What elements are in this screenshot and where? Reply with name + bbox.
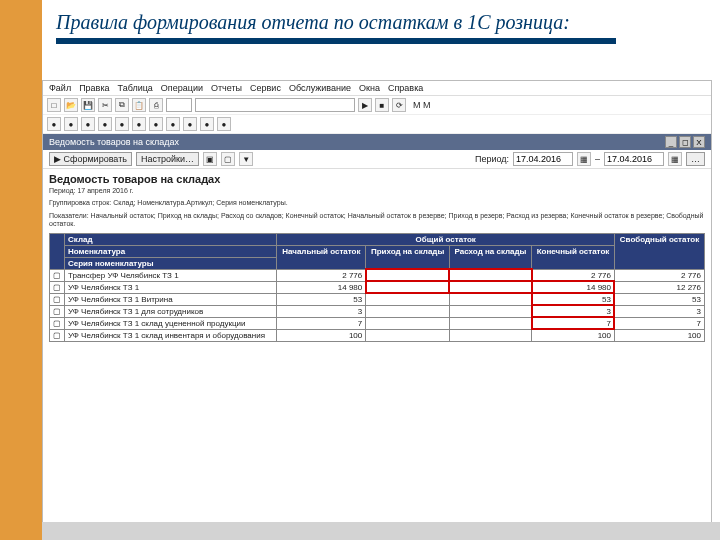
table-row[interactable]: ▢УФ Челябинск ТЗ 1 Витрина535353 — [50, 293, 705, 305]
menu-file[interactable]: Файл — [49, 83, 71, 93]
cell-out — [449, 305, 531, 317]
cell-end: 3 — [532, 305, 615, 317]
toolbar-2: ● ● ● ● ● ● ● ● ● ● ● — [43, 115, 711, 134]
menubar: Файл Правка Таблица Операции Отчеты Серв… — [43, 81, 711, 96]
doc-minimize-button[interactable]: _ — [665, 136, 677, 148]
document-tab-title: Ведомость товаров на складах — [49, 137, 179, 147]
cell-in — [366, 329, 450, 341]
row-label: УФ Челябинск ТЗ 1 для сотрудников — [65, 305, 277, 317]
cell-start: 3 — [277, 305, 366, 317]
col-expand — [50, 233, 65, 269]
tool2-a-icon[interactable]: ● — [47, 117, 61, 131]
period-dots-button[interactable]: … — [686, 152, 705, 166]
slide-title: Правила формирования отчета по остаткам … — [56, 10, 700, 34]
document-tab: Ведомость товаров на складах _ ◻ X — [43, 134, 711, 150]
tool-refresh-icon[interactable]: ⟳ — [392, 98, 406, 112]
col-series: Серия номенклатуры — [65, 257, 277, 269]
cell-in — [366, 281, 450, 293]
tool2-b-icon[interactable]: ● — [64, 117, 78, 131]
table-row[interactable]: ▢УФ Челябинск ТЗ 114 98014 98012 276 — [50, 281, 705, 293]
menu-service[interactable]: Сервис — [250, 83, 281, 93]
row-label: УФ Челябинск ТЗ 1 склад уцененной продук… — [65, 317, 277, 329]
cell-in — [366, 317, 450, 329]
toolbar-1: □ 📂 💾 ✂ ⧉ 📋 ⎙ ▶ ■ ⟳ M M — [43, 96, 711, 115]
cell-end: 53 — [532, 293, 615, 305]
report-title: Ведомость товаров на складах — [49, 173, 705, 185]
cell-start: 100 — [277, 329, 366, 341]
menu-maintenance[interactable]: Обслуживание — [289, 83, 351, 93]
table-row[interactable]: ▢УФ Челябинск ТЗ 1 для сотрудников333 — [50, 305, 705, 317]
menu-windows[interactable]: Окна — [359, 83, 380, 93]
calendar-from-icon[interactable]: ▦ — [577, 152, 591, 166]
doc-close-button[interactable]: X — [693, 136, 705, 148]
tool2-f-icon[interactable]: ● — [132, 117, 146, 131]
tool-go-icon[interactable]: ▶ — [358, 98, 372, 112]
cell-end: 14 980 — [532, 281, 615, 293]
zoom-input[interactable] — [166, 98, 192, 112]
report-table: Склад Общий остаток Свободный остаток Но… — [49, 233, 705, 342]
tool2-h-icon[interactable]: ● — [166, 117, 180, 131]
tool-cut-icon[interactable]: ✂ — [98, 98, 112, 112]
expand-icon[interactable]: ▢ — [50, 269, 65, 281]
expand-icon[interactable]: ▢ — [50, 329, 65, 341]
date-sep: – — [595, 154, 600, 164]
row-label: УФ Челябинск ТЗ 1 склад инвентаря и обор… — [65, 329, 277, 341]
col-common: Общий остаток — [277, 233, 615, 245]
menu-operations[interactable]: Операции — [161, 83, 203, 93]
period-label: Период: — [475, 154, 509, 164]
cell-free: 2 776 — [614, 269, 704, 281]
calendar-to-icon[interactable]: ▦ — [668, 152, 682, 166]
col-end: Конечный остаток — [532, 245, 615, 269]
tool-copy-icon[interactable]: ⧉ — [115, 98, 129, 112]
table-row[interactable]: ▢Трансфер УФ Челябинск ТЗ 12 7762 7762 7… — [50, 269, 705, 281]
title-underline — [56, 38, 616, 44]
tool2-e-icon[interactable]: ● — [115, 117, 129, 131]
expand-icon[interactable]: ▢ — [50, 281, 65, 293]
date-to-input[interactable] — [604, 152, 664, 166]
cell-end: 100 — [532, 329, 615, 341]
menu-table[interactable]: Таблица — [118, 83, 153, 93]
tool2-k-icon[interactable]: ● — [217, 117, 231, 131]
col-in: Приход на склады — [366, 245, 450, 269]
report-grouping: Группировка строк: Склад; Номенклатура.А… — [49, 199, 705, 207]
tool2-i-icon[interactable]: ● — [183, 117, 197, 131]
col-start: Начальный остаток — [277, 245, 366, 269]
menu-reports[interactable]: Отчеты — [211, 83, 242, 93]
tool-print-icon[interactable]: ⎙ — [149, 98, 163, 112]
tool2-c-icon[interactable]: ● — [81, 117, 95, 131]
cell-out — [449, 317, 531, 329]
tool-new-icon[interactable]: □ — [47, 98, 61, 112]
col-out: Расход на склады — [449, 245, 531, 269]
cell-end: 7 — [532, 317, 615, 329]
tool2-g-icon[interactable]: ● — [149, 117, 163, 131]
table-row[interactable]: ▢УФ Челябинск ТЗ 1 склад инвентаря и обо… — [50, 329, 705, 341]
menu-edit[interactable]: Правка — [79, 83, 109, 93]
tool-stop-icon[interactable]: ■ — [375, 98, 389, 112]
expand-icon[interactable]: ▢ — [50, 305, 65, 317]
search-input[interactable] — [195, 98, 355, 112]
expand-icon[interactable]: ▢ — [50, 317, 65, 329]
slide-footer — [42, 522, 720, 540]
expand-icon[interactable]: ▢ — [50, 293, 65, 305]
tool-open-icon[interactable]: 📂 — [64, 98, 78, 112]
tool2-d-icon[interactable]: ● — [98, 117, 112, 131]
tool-paste-icon[interactable]: 📋 — [132, 98, 146, 112]
filter-icon[interactable]: ▼ — [239, 152, 253, 166]
menu-help[interactable]: Справка — [388, 83, 423, 93]
form-button[interactable]: ▶ Сформировать — [49, 152, 132, 166]
date-from-input[interactable] — [513, 152, 573, 166]
report-controls: ▶ Сформировать Настройки… ▣ ▢ ▼ Период: … — [43, 150, 711, 169]
report-period: Период: 17 апреля 2016 г. — [49, 187, 705, 195]
tool-save-icon[interactable]: 💾 — [81, 98, 95, 112]
tool2-j-icon[interactable]: ● — [200, 117, 214, 131]
settings-button[interactable]: Настройки… — [136, 152, 199, 166]
expand-icon[interactable]: ▣ — [203, 152, 217, 166]
row-label: УФ Челябинск ТЗ 1 Витрина — [65, 293, 277, 305]
cell-free: 100 — [614, 329, 704, 341]
slide-accent-bar — [0, 0, 42, 540]
table-row[interactable]: ▢УФ Челябинск ТЗ 1 склад уцененной проду… — [50, 317, 705, 329]
doc-maximize-button[interactable]: ◻ — [679, 136, 691, 148]
cell-free: 53 — [614, 293, 704, 305]
cell-free: 3 — [614, 305, 704, 317]
collapse-icon[interactable]: ▢ — [221, 152, 235, 166]
